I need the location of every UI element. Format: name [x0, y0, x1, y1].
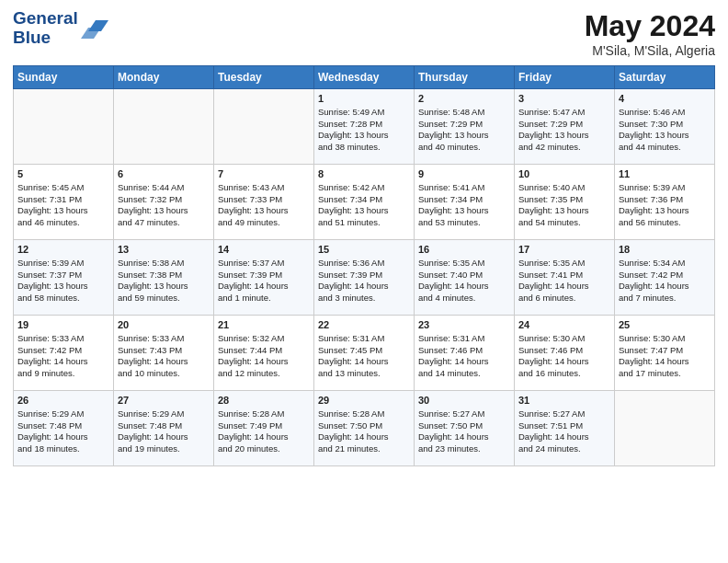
day-info: Sunrise: 5:36 AM Sunset: 7:39 PM Dayligh… [318, 258, 389, 303]
day-info: Sunrise: 5:44 AM Sunset: 7:32 PM Dayligh… [118, 182, 188, 227]
page-container: General Blue May 2024 M'Sila, M'Sila, Al… [0, 0, 728, 472]
day-cell [14, 89, 114, 165]
day-cell: 9Sunrise: 5:41 AM Sunset: 7:34 PM Daylig… [415, 165, 515, 240]
logo-line1: General [13, 8, 78, 28]
calendar-table: SundayMondayTuesdayWednesdayThursdayFrid… [13, 65, 715, 466]
day-info: Sunrise: 5:29 AM Sunset: 7:48 PM Dayligh… [118, 408, 188, 454]
day-cell: 25Sunrise: 5:30 AM Sunset: 7:47 PM Dayli… [615, 316, 715, 391]
day-info: Sunrise: 5:31 AM Sunset: 7:45 PM Dayligh… [318, 333, 389, 378]
day-number: 9 [418, 167, 510, 181]
day-number: 31 [518, 394, 610, 408]
weekday-thursday: Thursday [415, 66, 515, 89]
day-info: Sunrise: 5:47 AM Sunset: 7:29 PM Dayligh… [518, 107, 589, 152]
week-row-4: 19Sunrise: 5:33 AM Sunset: 7:42 PM Dayli… [14, 316, 715, 391]
day-number: 4 [619, 92, 711, 106]
day-info: Sunrise: 5:42 AM Sunset: 7:34 PM Dayligh… [318, 182, 389, 227]
day-cell: 16Sunrise: 5:35 AM Sunset: 7:40 PM Dayli… [415, 240, 515, 316]
day-cell: 5Sunrise: 5:45 AM Sunset: 7:31 PM Daylig… [14, 165, 114, 240]
day-number: 22 [318, 318, 410, 332]
logo-icon [81, 13, 108, 40]
day-cell: 7Sunrise: 5:43 AM Sunset: 7:33 PM Daylig… [214, 165, 314, 240]
day-info: Sunrise: 5:30 AM Sunset: 7:47 PM Dayligh… [619, 333, 689, 378]
day-number: 24 [518, 318, 610, 332]
day-number: 10 [518, 167, 610, 181]
day-number: 6 [118, 167, 210, 181]
day-cell [615, 391, 715, 466]
day-cell: 20Sunrise: 5:33 AM Sunset: 7:43 PM Dayli… [114, 316, 214, 391]
day-number: 30 [418, 394, 510, 408]
day-number: 7 [218, 167, 310, 181]
week-row-1: 1Sunrise: 5:49 AM Sunset: 7:28 PM Daylig… [14, 89, 715, 165]
day-number: 3 [518, 92, 610, 106]
day-info: Sunrise: 5:27 AM Sunset: 7:51 PM Dayligh… [518, 408, 589, 454]
day-cell: 17Sunrise: 5:35 AM Sunset: 7:41 PM Dayli… [515, 240, 615, 316]
month-title: May 2024 [585, 9, 715, 43]
day-info: Sunrise: 5:40 AM Sunset: 7:35 PM Dayligh… [518, 182, 589, 227]
day-info: Sunrise: 5:49 AM Sunset: 7:28 PM Dayligh… [318, 107, 389, 152]
day-cell: 27Sunrise: 5:29 AM Sunset: 7:48 PM Dayli… [114, 391, 214, 466]
day-number: 20 [118, 318, 210, 332]
day-cell: 14Sunrise: 5:37 AM Sunset: 7:39 PM Dayli… [214, 240, 314, 316]
week-row-2: 5Sunrise: 5:45 AM Sunset: 7:31 PM Daylig… [14, 165, 715, 240]
day-info: Sunrise: 5:34 AM Sunset: 7:42 PM Dayligh… [619, 258, 689, 303]
day-cell: 29Sunrise: 5:28 AM Sunset: 7:50 PM Dayli… [314, 391, 415, 466]
day-info: Sunrise: 5:33 AM Sunset: 7:42 PM Dayligh… [17, 333, 88, 378]
day-cell: 1Sunrise: 5:49 AM Sunset: 7:28 PM Daylig… [314, 89, 415, 165]
day-cell: 19Sunrise: 5:33 AM Sunset: 7:42 PM Dayli… [14, 316, 114, 391]
day-cell [114, 89, 214, 165]
day-info: Sunrise: 5:33 AM Sunset: 7:43 PM Dayligh… [118, 333, 188, 378]
day-info: Sunrise: 5:45 AM Sunset: 7:31 PM Dayligh… [17, 182, 88, 227]
weekday-header-row: SundayMondayTuesdayWednesdayThursdayFrid… [14, 66, 715, 89]
week-row-3: 12Sunrise: 5:39 AM Sunset: 7:37 PM Dayli… [14, 240, 715, 316]
day-info: Sunrise: 5:32 AM Sunset: 7:44 PM Dayligh… [218, 333, 289, 378]
day-info: Sunrise: 5:35 AM Sunset: 7:40 PM Dayligh… [418, 258, 489, 303]
day-cell: 23Sunrise: 5:31 AM Sunset: 7:46 PM Dayli… [415, 316, 515, 391]
day-cell: 31Sunrise: 5:27 AM Sunset: 7:51 PM Dayli… [515, 391, 615, 466]
weekday-tuesday: Tuesday [214, 66, 314, 89]
weekday-wednesday: Wednesday [314, 66, 415, 89]
day-cell: 30Sunrise: 5:27 AM Sunset: 7:50 PM Dayli… [415, 391, 515, 466]
day-cell: 3Sunrise: 5:47 AM Sunset: 7:29 PM Daylig… [515, 89, 615, 165]
day-number: 29 [318, 394, 410, 408]
day-info: Sunrise: 5:38 AM Sunset: 7:38 PM Dayligh… [118, 258, 188, 303]
day-cell: 15Sunrise: 5:36 AM Sunset: 7:39 PM Dayli… [314, 240, 415, 316]
day-cell: 21Sunrise: 5:32 AM Sunset: 7:44 PM Dayli… [214, 316, 314, 391]
day-number: 1 [318, 92, 410, 106]
day-number: 17 [518, 243, 610, 257]
day-cell: 8Sunrise: 5:42 AM Sunset: 7:34 PM Daylig… [314, 165, 415, 240]
day-info: Sunrise: 5:37 AM Sunset: 7:39 PM Dayligh… [218, 258, 289, 303]
day-info: Sunrise: 5:27 AM Sunset: 7:50 PM Dayligh… [418, 408, 489, 454]
title-area: May 2024 M'Sila, M'Sila, Algeria [585, 9, 715, 58]
day-number: 8 [318, 167, 410, 181]
day-number: 21 [218, 318, 310, 332]
day-number: 15 [318, 243, 410, 257]
day-info: Sunrise: 5:35 AM Sunset: 7:41 PM Dayligh… [518, 258, 589, 303]
day-number: 2 [418, 92, 510, 106]
header: General Blue May 2024 M'Sila, M'Sila, Al… [13, 9, 715, 58]
day-info: Sunrise: 5:39 AM Sunset: 7:36 PM Dayligh… [619, 182, 689, 227]
week-row-5: 26Sunrise: 5:29 AM Sunset: 7:48 PM Dayli… [14, 391, 715, 466]
location: M'Sila, M'Sila, Algeria [585, 43, 715, 58]
logo-text: General Blue [13, 9, 78, 48]
day-cell: 28Sunrise: 5:28 AM Sunset: 7:49 PM Dayli… [214, 391, 314, 466]
day-number: 14 [218, 243, 310, 257]
day-cell: 4Sunrise: 5:46 AM Sunset: 7:30 PM Daylig… [615, 89, 715, 165]
day-number: 19 [17, 318, 109, 332]
day-cell: 13Sunrise: 5:38 AM Sunset: 7:38 PM Dayli… [114, 240, 214, 316]
day-info: Sunrise: 5:30 AM Sunset: 7:46 PM Dayligh… [518, 333, 589, 378]
day-number: 13 [118, 243, 210, 257]
day-number: 5 [17, 167, 109, 181]
weekday-saturday: Saturday [615, 66, 715, 89]
weekday-monday: Monday [114, 66, 214, 89]
day-info: Sunrise: 5:29 AM Sunset: 7:48 PM Dayligh… [17, 408, 88, 454]
weekday-sunday: Sunday [14, 66, 114, 89]
day-info: Sunrise: 5:43 AM Sunset: 7:33 PM Dayligh… [218, 182, 289, 227]
day-info: Sunrise: 5:28 AM Sunset: 7:50 PM Dayligh… [318, 408, 389, 454]
day-info: Sunrise: 5:48 AM Sunset: 7:29 PM Dayligh… [418, 107, 489, 152]
day-number: 18 [619, 243, 711, 257]
day-info: Sunrise: 5:39 AM Sunset: 7:37 PM Dayligh… [17, 258, 88, 303]
day-number: 28 [218, 394, 310, 408]
day-number: 23 [418, 318, 510, 332]
day-number: 11 [619, 167, 711, 181]
logo: General Blue [13, 9, 108, 48]
